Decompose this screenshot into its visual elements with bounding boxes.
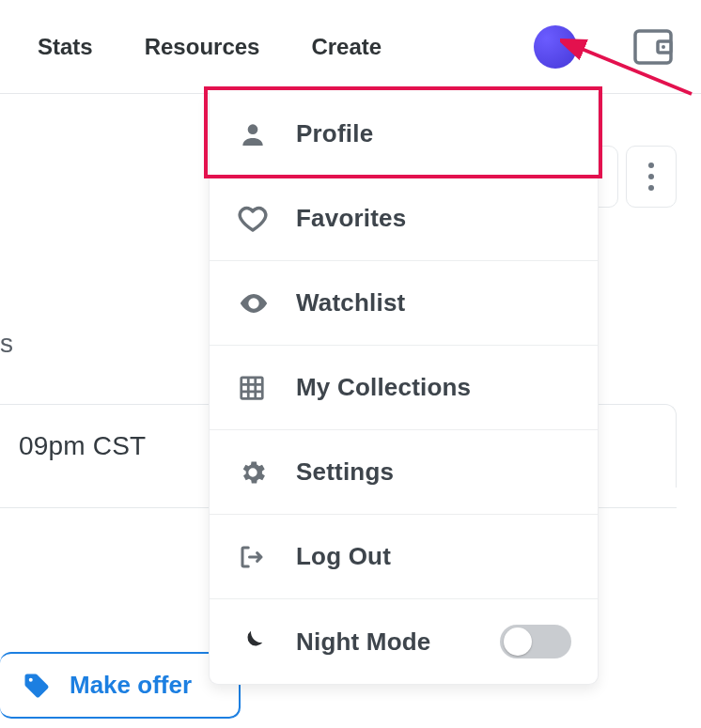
- menu-label: Log Out: [296, 542, 391, 571]
- navbar: Stats Resources Create: [0, 0, 701, 94]
- tag-icon: [23, 672, 51, 700]
- menu-item-favorites[interactable]: Favorites: [210, 177, 598, 261]
- menu-label: Favorites: [296, 204, 406, 233]
- make-offer-label: Make offer: [70, 671, 192, 700]
- menu-label: My Collections: [296, 373, 471, 402]
- menu-item-night-mode[interactable]: Night Mode: [210, 599, 598, 684]
- nav-link-create[interactable]: Create: [311, 34, 382, 60]
- account-dropdown: Profile Favorites Watchlist My Collectio…: [209, 92, 599, 685]
- grid-icon: [238, 374, 296, 402]
- nav-link-resources[interactable]: Resources: [145, 34, 260, 60]
- menu-item-profile[interactable]: Profile: [210, 92, 598, 177]
- sale-time-text: 09pm CST: [19, 431, 146, 460]
- profile-icon: [238, 119, 296, 149]
- heart-icon: [238, 204, 296, 234]
- more-box: [626, 146, 677, 208]
- night-mode-toggle[interactable]: [500, 625, 571, 658]
- svg-point-8: [648, 185, 654, 191]
- toggle-knob: [504, 627, 532, 656]
- menu-item-collections[interactable]: My Collections: [210, 346, 598, 430]
- avatar[interactable]: [534, 25, 577, 69]
- wallet-icon[interactable]: [633, 29, 673, 65]
- svg-rect-12: [241, 377, 263, 398]
- make-offer-button[interactable]: Make offer: [0, 652, 241, 719]
- menu-label: Watchlist: [296, 288, 405, 318]
- svg-point-7: [648, 174, 654, 179]
- nav-right: [534, 25, 673, 69]
- svg-point-2: [662, 45, 665, 49]
- moon-icon: [238, 627, 296, 656]
- svg-point-6: [648, 163, 654, 168]
- nav-links: Stats Resources Create: [38, 34, 382, 60]
- menu-label: Settings: [296, 457, 394, 487]
- svg-point-10: [248, 124, 258, 134]
- svg-point-9: [29, 677, 33, 681]
- svg-point-11: [251, 301, 257, 306]
- nav-link-stats[interactable]: Stats: [38, 34, 93, 60]
- menu-item-watchlist[interactable]: Watchlist: [210, 261, 598, 346]
- gear-icon: [238, 457, 296, 488]
- menu-label: Profile: [296, 119, 373, 148]
- truncated-text: s: [0, 329, 13, 359]
- eye-icon: [238, 287, 296, 319]
- menu-item-logout[interactable]: Log Out: [210, 515, 598, 599]
- menu-item-settings[interactable]: Settings: [210, 430, 598, 515]
- menu-label: Night Mode: [296, 627, 431, 657]
- logout-icon: [238, 543, 296, 571]
- more-icon[interactable]: [632, 162, 670, 192]
